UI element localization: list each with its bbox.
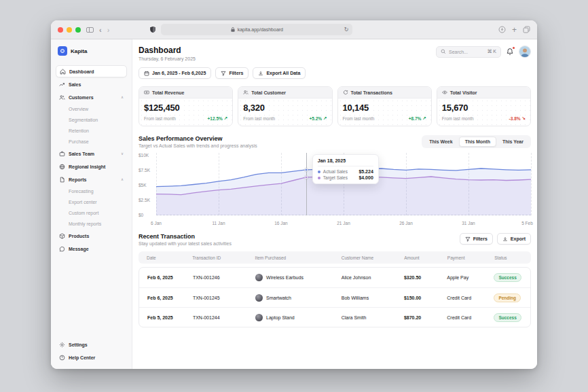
transactions-filters-button[interactable]: Filters: [460, 233, 493, 245]
sidebar-item-regional-insight[interactable]: Regional Insight: [56, 160, 127, 173]
performance-subtitle: Target vs Actual Sales with trends and p…: [139, 143, 257, 148]
box-icon: [59, 233, 65, 239]
sidebar-subitem-purchase[interactable]: Purchase: [56, 137, 127, 147]
cell-item: Wireless Earbuds: [266, 275, 304, 280]
tab-this-year[interactable]: This Year: [496, 137, 530, 147]
sidebar-subitem-export-center[interactable]: Export center: [56, 197, 127, 207]
export-all-data-label: Export All Data: [266, 71, 300, 75]
sidebar-item-sales-team[interactable]: Sales Team ∨: [56, 147, 127, 160]
chart-plot-area[interactable]: Jan 18, 2025 Actual Sales $5.224 Target …: [156, 153, 531, 215]
sidebar-item-label: Reports: [69, 177, 86, 182]
sales-chart: $10K $7.5K $5K $2.5K $0 Jan 18, 2025: [139, 153, 531, 215]
column-header-customer-name: Customer Name: [339, 255, 401, 260]
table-row[interactable]: Feb 5, 2025 TXN-001244 Laptop Stand Clar…: [139, 307, 530, 327]
banknote-icon: [144, 90, 149, 95]
sidebar-item-message[interactable]: Message: [56, 243, 127, 255]
stat-change: +12.5%: [208, 116, 223, 121]
users-icon: [243, 90, 249, 95]
sidebar-subitem-forecasting[interactable]: Forecasting: [56, 186, 127, 196]
sidebar-subitem-custom-report[interactable]: Custom report: [56, 208, 127, 218]
search-input[interactable]: [449, 50, 484, 54]
trend-up-icon: ↗: [422, 115, 426, 121]
home-icon: [60, 69, 66, 75]
x-tick: 6 Jan: [151, 221, 162, 226]
minimize-window-button[interactable]: [67, 27, 72, 33]
date-range-button[interactable]: Jan 6, 2025 - Feb 6,2025: [139, 67, 211, 79]
privacy-shield-icon[interactable]: [150, 26, 155, 33]
time-range-tabs: This Week This Month This Year: [422, 135, 531, 148]
date-range-label: Jan 6, 2025 - Feb 6,2025: [152, 71, 206, 75]
stat-label: Total Customer: [251, 90, 286, 95]
table-row[interactable]: Feb 6, 2025 TXN-001246 Wireless Earbuds …: [139, 268, 530, 287]
sidebar-item-label: Customers: [69, 95, 94, 100]
sidebar-item-label: Products: [69, 234, 89, 238]
filter-icon: [221, 71, 226, 76]
sidebar-subitem-overview[interactable]: Overview: [56, 104, 127, 114]
tab-this-week[interactable]: This Week: [423, 137, 459, 147]
actual-sales-dot-icon: [318, 171, 320, 173]
filter-icon: [465, 236, 471, 242]
transactions-export-button[interactable]: Export: [497, 233, 531, 245]
sidebar-item-reports[interactable]: Reports ∧: [56, 173, 127, 185]
cell-amount: $870.20: [401, 315, 444, 320]
stat-card-total-visitor: Total Visitor 15,670 From last month -3.…: [437, 86, 531, 126]
tooltip-series-value: $5.224: [359, 169, 373, 174]
cell-transaction-id: TXN-001245: [190, 296, 253, 300]
chart-tooltip: Jan 18, 2025 Actual Sales $5.224 Target …: [312, 154, 379, 184]
cell-date: Feb 6, 2025: [139, 296, 190, 300]
stat-change: +8.7%: [409, 116, 422, 121]
downloads-icon[interactable]: [498, 26, 506, 33]
trend-down-icon: ↘: [522, 115, 526, 121]
stat-label: Total Visitor: [450, 90, 477, 95]
trend-up-icon: ↗: [323, 115, 327, 121]
transactions-filters-label: Filters: [473, 236, 488, 241]
column-header-amount: Amount: [401, 255, 445, 260]
status-badge: Success: [494, 313, 521, 322]
download-icon: [258, 71, 263, 76]
address-bar[interactable]: kapita.app/dashboard ↻: [161, 24, 352, 35]
notifications-button[interactable]: [506, 48, 514, 56]
sidebar-item-products[interactable]: Products: [56, 230, 127, 242]
sidebar-item-label: Sales: [69, 82, 81, 87]
column-header-transaction-id: Transaction ID: [189, 255, 252, 260]
table-row[interactable]: Feb 6, 2025 TXN-001245 Smartwatch Bob Wi…: [139, 287, 530, 307]
x-tick: 31 Jan: [462, 221, 475, 226]
users-icon: [59, 94, 65, 101]
tab-overview-icon[interactable]: [523, 26, 530, 33]
sidebar-item-dashboard[interactable]: Dashboard: [56, 65, 127, 77]
tooltip-date: Jan 18, 2025: [318, 158, 373, 166]
new-tab-icon[interactable]: +: [512, 26, 517, 34]
back-icon[interactable]: ‹: [99, 26, 102, 34]
user-avatar[interactable]: [519, 46, 531, 58]
sidebar-item-help-center[interactable]: Help Center: [56, 351, 127, 363]
sidebar-subitem-segmentation[interactable]: Segmentation: [56, 115, 127, 125]
filters-button[interactable]: Filters: [215, 67, 249, 79]
stat-card-total-revenue: Total Revenue $125,450 From last month +…: [139, 86, 233, 126]
main-content: Dashboard Thursday, 6 February 2025 ⌘ K: [132, 39, 537, 369]
forward-icon[interactable]: ›: [107, 26, 110, 34]
stat-period: From last month: [442, 116, 474, 121]
column-header-status: Status: [492, 255, 531, 260]
export-all-data-button[interactable]: Export All Data: [253, 67, 306, 79]
stat-value: 10,145: [343, 103, 426, 113]
target-sales-dot-icon: [318, 177, 320, 179]
close-window-button[interactable]: [58, 27, 63, 33]
reload-icon[interactable]: ↻: [344, 26, 349, 33]
stat-period: From last month: [144, 116, 176, 121]
zoom-window-button[interactable]: [75, 27, 81, 33]
chart-y-axis: $10K $7.5K $5K $2.5K $0: [139, 153, 156, 215]
y-tick: $0: [139, 213, 143, 217]
sidebar-subitem-monthly-reports[interactable]: Monthly reports: [56, 219, 127, 229]
sidebar-toggle-icon[interactable]: [86, 27, 94, 33]
transactions-title: Recent Transaction: [139, 233, 232, 240]
cell-amount: $150.00: [401, 296, 444, 300]
sidebar-item-settings[interactable]: Settings: [56, 338, 127, 351]
briefcase-icon: [59, 151, 65, 157]
sidebar-subitem-retention[interactable]: Retention: [56, 126, 127, 136]
x-tick: 26 Jan: [399, 221, 413, 226]
chevron-up-icon: ∧: [121, 177, 124, 181]
sidebar-item-customers[interactable]: Customers ∧: [56, 91, 127, 103]
tab-this-month[interactable]: This Month: [459, 137, 496, 147]
sidebar-item-sales[interactable]: Sales: [56, 78, 127, 90]
search-box[interactable]: ⌘ K: [436, 46, 501, 58]
